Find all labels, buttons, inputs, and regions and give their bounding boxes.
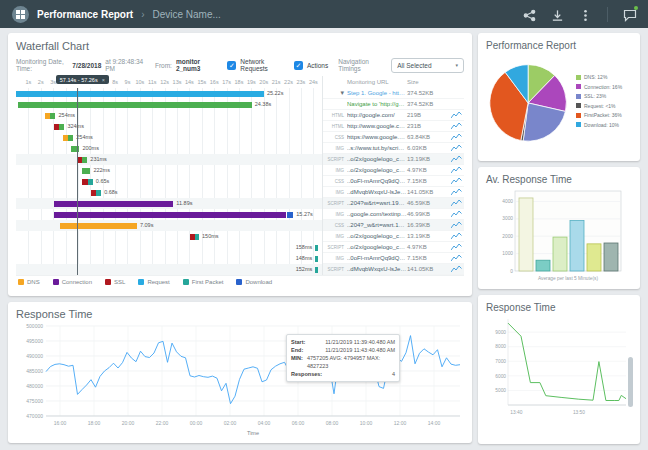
resource-type-tag: CSS [323,223,347,228]
monitoring-url-link[interactable]: ..0oFl-mAmrQq9dQoZRBcPbqcbnzbNg [347,255,407,261]
url-table-row: SCRIPT..o/2x/googlelogo_color_120x44dp.p… [323,242,464,253]
sparkline-icon[interactable] [451,166,464,175]
waterfall-row: 11.89s [16,198,322,209]
bar-duration-label: 148ms [296,255,313,261]
actions-checkbox[interactable]: ✓ [294,61,303,70]
bar-duration-label: 0.68s [104,189,117,195]
pie-legend-item: Connection: 16% [576,84,622,90]
resource-size: 4.97KB [407,167,451,173]
sparkline-icon[interactable] [451,221,464,230]
sparkline-icon[interactable] [451,254,464,263]
network-requests-checkbox[interactable]: ✓ [227,61,236,70]
sparkline-icon[interactable] [451,133,464,142]
legend-label: Download [245,279,272,285]
monitoring-url-link[interactable]: ..o/2x/googlelogo_color_272x92dp.png [347,156,407,162]
avg-bar-4 [570,221,584,271]
tooltip-row: MIN:4757205 AVG: 4794957 MAX: 4827223 [291,354,395,370]
resource-size: 13.19KB [407,156,451,162]
sparkline-icon[interactable] [451,122,464,131]
resource-size: 7.15KB [407,178,451,184]
axis-tick: 8s [112,79,118,85]
sparkline-icon[interactable] [451,232,464,241]
download-icon[interactable] [551,8,564,21]
monitoring-url-link[interactable]: ..google.com/textinputassistant/tia.png [347,211,407,217]
svg-text:10:00: 10:00 [360,420,373,426]
bar-chart-wrap: 01000200030004000Average per last 5 Minu… [486,187,632,287]
svg-text:08:00: 08:00 [326,420,339,426]
tooltip-value: 11/21/2019 11:39:40.480 AM [325,338,395,346]
sparkline-icon[interactable] [451,265,464,274]
waterfall-bar-action [82,157,87,163]
chevron-down-icon[interactable]: ▾ [340,89,344,96]
sparkline-icon[interactable] [451,177,464,186]
monitoring-url-link[interactable]: ..dMvqbWxqxU-lsJeq/cb=gapi.loaded_0 [347,189,407,195]
monitoring-url-link[interactable]: ..o/2x/googlelogo_color_272x92dp.png [347,233,407,239]
pie-legend-swatch [576,75,581,80]
sparkline-icon[interactable] [451,111,464,120]
monitoring-url-link[interactable]: ..dMvqbWxqxU-lsJeq/cb=gapi.loaded_0 [347,266,407,272]
monitoring-url-link[interactable]: http://www.google.com/ [347,123,407,129]
monitoring-url-link[interactable]: Navigate to 'http://google.com' [347,101,407,107]
monitoring-url-link[interactable]: ..0oFl-mAmrQq9dQoZRBcPbqcbnzbNg [347,178,407,184]
chart-scrollbar[interactable] [628,357,633,407]
monitoring-url-link[interactable]: ..s://www.tut.by/scripts/bv2/xsemius.js [347,145,407,151]
bar-duration-label: 24.38s [255,101,272,107]
waterfall-row: 324ms [16,121,322,132]
url-table-row: IMG..google.com/textinputassistant/tia.p… [323,209,464,220]
bar-duration-label: 254ms [59,112,76,118]
from-value: monitor 2_num3 [176,58,216,72]
monitoring-time-value: at 9:28:48:34 PM [105,58,145,72]
chat-icon[interactable] [623,8,636,21]
tooltip-row: Start:11/21/2019 11:39:40.480 AM [291,338,395,346]
waterfall-row: 0.65s [16,176,322,187]
legend-label: DNS [27,279,40,285]
sparkline-icon[interactable] [451,155,464,164]
pie-legend-label: Download: 10% [584,122,619,128]
more-options-icon[interactable] [579,8,592,21]
waterfall-bar-download [287,212,294,218]
share-icon[interactable] [523,8,536,21]
app-logo-icon[interactable] [12,6,29,23]
pie-legend-swatch [576,113,581,118]
waterfall-bar-firstpacket [88,179,93,185]
legend-label: SSL [114,279,125,285]
response-time-small-title: Response Time [486,302,632,313]
monitoring-url-link[interactable]: https://www.google.com/?gws_rd=ssl [347,134,407,140]
svg-text:9000: 9000 [495,330,506,335]
monitoring-url-link[interactable]: ..204?_w&rt=wsrt.1973.aft.1381.prt.396 [347,222,407,228]
sparkline-icon[interactable] [451,243,464,252]
svg-text:1000: 1000 [502,251,513,256]
breadcrumb-title[interactable]: Performance Report [37,9,133,20]
tooltip-value: 4 [392,370,395,378]
sparkline-icon[interactable] [451,199,464,208]
dropdown-caret-icon: ▾ [456,62,459,68]
sparkline-icon[interactable] [451,144,464,153]
legend-item: Request [138,279,169,285]
bar-duration-label: 222ms [93,167,110,173]
bar-duration-label: 200ms [82,145,99,151]
navigation-timings-dropdown[interactable]: All Selected ▾ [391,58,464,73]
avg-bar-5 [587,244,601,271]
svg-text:12:00: 12:00 [394,420,407,426]
pie-legend-item: DNS: 12% [576,74,622,80]
svg-text:20:00: 20:00 [122,420,135,426]
monitoring-url-link[interactable]: Step 1. Google - https://www.google.com. [347,90,407,96]
monitoring-url-link[interactable]: ..o/2x/googlelogo_color_120x44dp.png [347,167,407,173]
svg-text:02:00: 02:00 [224,420,237,426]
svg-text:06:00: 06:00 [292,420,305,426]
monitoring-url-link[interactable]: http://google.com/ [347,112,407,118]
axis-tick: 24s [309,79,318,85]
svg-text:475000: 475000 [26,398,43,404]
sparkline-icon[interactable] [451,188,464,197]
axis-tick: 2s [38,79,44,85]
monitoring-url-link[interactable]: ..o/2x/googlelogo_color_120x44dp.png [347,244,407,250]
waterfall-bar-firstpacket [315,245,318,251]
waterfall-row: 152ms [16,264,322,275]
sparkline-icon[interactable] [451,210,464,219]
marker-close-icon[interactable]: × [102,77,105,83]
monitoring-url-link[interactable]: ..204?w&rt=wsrt.1973.aft.1381.prt.3964 [347,200,407,206]
svg-text:18:00: 18:00 [88,420,101,426]
resource-type-tag: HTML [323,113,347,118]
bar-duration-label: 254ms [76,134,93,140]
legend-item: DNS [18,279,40,285]
